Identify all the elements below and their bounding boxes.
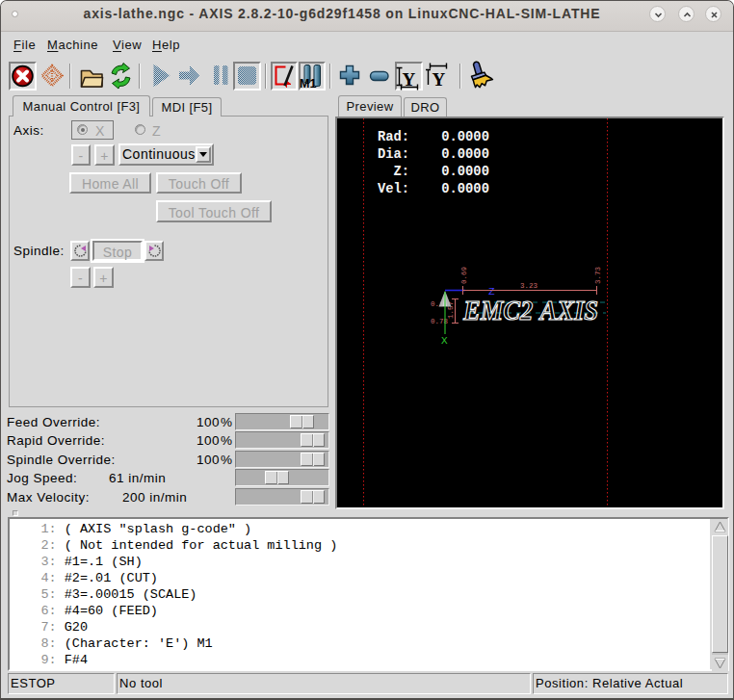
svg-text:Y: Y [433, 69, 446, 90]
svg-text:Rad: 0.0000: Rad: 0.0000 [378, 130, 489, 144]
svg-text:Y: Y [403, 69, 416, 90]
svg-text:X: X [441, 335, 448, 347]
svg-text:Vel: 0.0000: Vel: 0.0000 [378, 182, 489, 196]
svg-text:0.69: 0.69 [460, 267, 468, 284]
svg-text:Z: 0.0000: Z: 0.0000 [378, 165, 489, 179]
svg-text:3.73: 3.73 [594, 266, 602, 284]
svg-text:3.23: 3.23 [520, 282, 538, 290]
svg-text:Dia: 0.0000: Dia: 0.0000 [378, 147, 489, 162]
svg-text:EMC2 AXIS: EMC2 AXIS [462, 294, 598, 325]
svg-text:M1: M1 [300, 77, 316, 91]
